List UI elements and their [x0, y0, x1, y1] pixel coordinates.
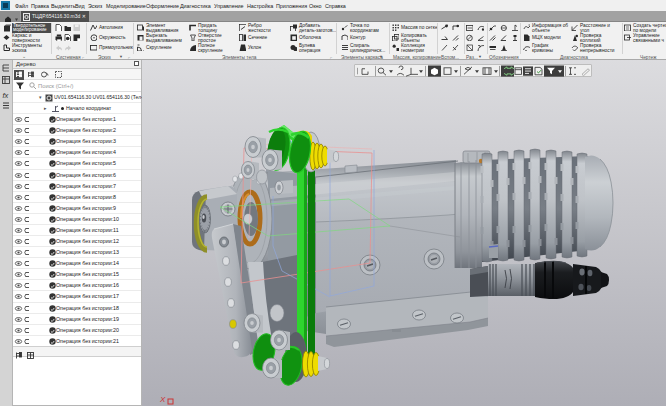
svg-text:X: X — [159, 395, 166, 404]
svg-text:fx: fx — [3, 91, 9, 100]
